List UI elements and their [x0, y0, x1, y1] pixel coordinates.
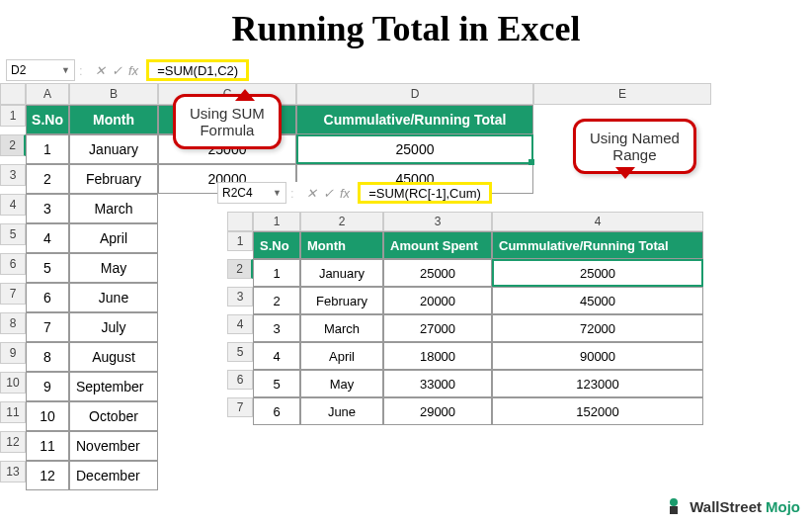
formula-input-1[interactable]: =SUM(D1,C2) [146, 59, 249, 81]
cell[interactable]: 29000 [383, 397, 492, 425]
cell[interactable]: 1 [26, 134, 69, 164]
cell[interactable]: November [69, 431, 158, 461]
cell[interactable]: February [69, 164, 158, 194]
formula-input-2[interactable]: =SUM(RC[-1],Cum) [358, 182, 492, 204]
row-header[interactable]: 3 [0, 164, 26, 186]
col-header-d[interactable]: D [296, 83, 533, 105]
cell[interactable]: 6 [253, 397, 300, 425]
row-header[interactable]: 8 [0, 312, 26, 334]
row-header[interactable]: 1 [227, 231, 253, 251]
cell[interactable]: 4 [253, 342, 300, 370]
selected-cell[interactable]: 25000 [492, 259, 703, 287]
row-header[interactable]: 2 [227, 259, 253, 279]
cell[interactable]: 11 [26, 431, 69, 461]
cell[interactable]: 5 [253, 370, 300, 397]
enter-icon[interactable]: ✓ [323, 186, 334, 201]
cell[interactable]: August [69, 342, 158, 372]
cell[interactable]: 152000 [492, 397, 703, 425]
name-box-1[interactable]: D2 ▼ [6, 59, 75, 81]
cell[interactable]: 9 [26, 372, 69, 401]
cell[interactable]: April [69, 223, 158, 253]
cell[interactable]: September [69, 372, 158, 401]
cell[interactable]: 20000 [383, 287, 492, 314]
row-header[interactable]: 4 [227, 314, 253, 334]
cell[interactable]: 12 [26, 461, 69, 490]
select-all-corner[interactable] [227, 212, 253, 231]
row-header[interactable]: 6 [227, 370, 253, 390]
cell[interactable]: April [300, 342, 383, 370]
header-cumulative[interactable]: Cummulative/Running Total [296, 105, 533, 134]
cell[interactable]: May [69, 253, 158, 283]
selected-cell[interactable]: 25000 [296, 134, 533, 164]
cell[interactable]: 2 [253, 287, 300, 314]
col-header-b[interactable]: B [69, 83, 158, 105]
enter-icon[interactable]: ✓ [112, 63, 122, 78]
row-header[interactable]: 7 [227, 397, 253, 417]
cell[interactable]: June [69, 283, 158, 312]
cell[interactable]: 90000 [492, 342, 703, 370]
cell[interactable]: 3 [253, 314, 300, 342]
cell[interactable]: 3 [26, 194, 69, 223]
col-header-2[interactable]: 2 [300, 212, 383, 231]
formula-bar-1: D2 ▼ : ✕ ✓ fx =SUM(D1,C2) [0, 57, 812, 83]
row-header[interactable]: 1 [0, 105, 26, 127]
col-header-3[interactable]: 3 [383, 212, 492, 231]
row-header[interactable]: 10 [0, 372, 26, 394]
row-header[interactable]: 11 [0, 401, 26, 423]
col-header-4[interactable]: 4 [492, 212, 703, 231]
cell[interactable]: December [69, 461, 158, 490]
row-header[interactable]: 3 [227, 287, 253, 307]
col-header-1[interactable]: 1 [253, 212, 300, 231]
cell[interactable]: 4 [26, 223, 69, 253]
cell[interactable]: 72000 [492, 314, 703, 342]
col-header-e[interactable]: E [533, 83, 711, 105]
cell[interactable]: 25000 [383, 259, 492, 287]
cell[interactable]: 5 [26, 253, 69, 283]
cell[interactable]: 45000 [492, 287, 703, 314]
row-header[interactable]: 6 [0, 253, 26, 275]
header-cumulative[interactable]: Cummulative/Running Total [492, 231, 703, 259]
col-header-a[interactable]: A [26, 83, 69, 105]
cell[interactable]: 1 [253, 259, 300, 287]
row-header[interactable]: 5 [0, 223, 26, 245]
fx-icon[interactable]: fx [340, 186, 350, 201]
cell[interactable]: 18000 [383, 342, 492, 370]
cell[interactable]: March [69, 194, 158, 223]
cell[interactable]: May [300, 370, 383, 397]
fx-icon[interactable]: fx [128, 63, 138, 78]
dropdown-icon[interactable]: ▼ [61, 65, 70, 75]
fill-handle[interactable] [528, 159, 534, 165]
cell[interactable]: January [300, 259, 383, 287]
cancel-icon[interactable]: ✕ [95, 63, 106, 78]
cancel-icon[interactable]: ✕ [306, 186, 317, 201]
cell[interactable]: 33000 [383, 370, 492, 397]
cell[interactable]: 2 [26, 164, 69, 194]
row-header[interactable]: 2 [0, 134, 26, 156]
cell[interactable]: October [69, 401, 158, 431]
cell[interactable]: March [300, 314, 383, 342]
cell[interactable]: 27000 [383, 314, 492, 342]
cell[interactable]: 8 [26, 342, 69, 372]
header-month[interactable]: Month [69, 105, 158, 134]
cell[interactable]: 123000 [492, 370, 703, 397]
cell[interactable]: July [69, 312, 158, 342]
select-all-corner[interactable] [0, 83, 26, 105]
cell[interactable]: January [69, 134, 158, 164]
cell[interactable]: June [300, 397, 383, 425]
row-header[interactable]: 5 [227, 342, 253, 362]
cell[interactable]: 10 [26, 401, 69, 431]
header-amount[interactable]: Amount Spent [383, 231, 492, 259]
cell[interactable]: February [300, 287, 383, 314]
header-sno[interactable]: S.No [26, 105, 69, 134]
cell[interactable]: 6 [26, 283, 69, 312]
row-header[interactable]: 7 [0, 283, 26, 305]
row-header[interactable]: 4 [0, 194, 26, 216]
header-month[interactable]: Month [300, 231, 383, 259]
row-header[interactable]: 13 [0, 461, 26, 482]
row-header[interactable]: 12 [0, 431, 26, 453]
cell[interactable]: 7 [26, 312, 69, 342]
name-box-2[interactable]: R2C4 ▼ [217, 182, 286, 204]
row-header[interactable]: 9 [0, 342, 26, 364]
dropdown-icon[interactable]: ▼ [273, 188, 282, 198]
header-sno[interactable]: S.No [253, 231, 300, 259]
